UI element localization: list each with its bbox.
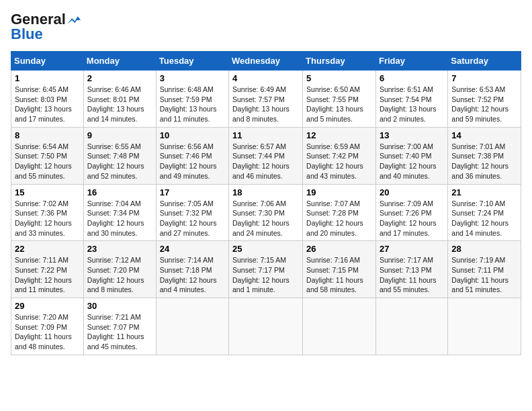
cell-sun-info: Sunrise: 7:10 AMSunset: 7:24 PMDaylight:… (451, 199, 517, 238)
cell-sun-info: Sunrise: 7:07 AMSunset: 7:28 PMDaylight:… (306, 199, 372, 238)
day-number: 27 (380, 244, 444, 254)
calendar-cell: 1Sunrise: 6:45 AMSunset: 8:03 PMDaylight… (11, 71, 84, 128)
cell-sun-info: Sunrise: 6:57 AMSunset: 7:44 PMDaylight:… (232, 142, 299, 181)
day-number: 6 (380, 73, 444, 83)
calendar-week-row: 22Sunrise: 7:11 AMSunset: 7:22 PMDayligh… (11, 241, 521, 298)
weekday-header-wednesday: Wednesday (229, 52, 303, 71)
calendar-cell: 5Sunrise: 6:50 AMSunset: 7:55 PMDaylight… (303, 71, 376, 128)
calendar-cell: 15Sunrise: 7:02 AMSunset: 7:36 PMDayligh… (11, 184, 84, 241)
cell-sun-info: Sunrise: 7:12 AMSunset: 7:20 PMDaylight:… (87, 255, 152, 295)
day-number: 11 (232, 130, 299, 140)
calendar-cell: 14Sunrise: 7:01 AMSunset: 7:38 PMDayligh… (448, 127, 521, 184)
calendar-cell: 16Sunrise: 7:04 AMSunset: 7:34 PMDayligh… (83, 184, 156, 241)
calendar-cell: 20Sunrise: 7:09 AMSunset: 7:26 PMDayligh… (375, 184, 447, 241)
weekday-header-friday: Friday (375, 52, 447, 71)
calendar-week-row: 15Sunrise: 7:02 AMSunset: 7:36 PMDayligh… (11, 184, 521, 241)
weekday-header-monday: Monday (83, 52, 156, 71)
day-number: 12 (306, 130, 372, 140)
calendar-cell: 30Sunrise: 7:21 AMSunset: 7:07 PMDayligh… (83, 298, 156, 355)
calendar-cell (229, 298, 303, 355)
cell-sun-info: Sunrise: 7:14 AMSunset: 7:18 PMDaylight:… (160, 255, 225, 295)
calendar-cell (156, 298, 228, 355)
cell-sun-info: Sunrise: 7:02 AMSunset: 7:36 PMDaylight:… (15, 199, 80, 238)
day-number: 15 (15, 187, 80, 197)
day-number: 26 (306, 244, 372, 254)
cell-sun-info: Sunrise: 6:49 AMSunset: 7:57 PMDaylight:… (232, 85, 299, 124)
cell-sun-info: Sunrise: 7:05 AMSunset: 7:32 PMDaylight:… (160, 199, 225, 238)
svg-marker-0 (67, 16, 81, 24)
day-number: 9 (87, 130, 152, 140)
day-number: 7 (451, 73, 517, 83)
day-number: 16 (87, 187, 152, 197)
weekday-header-saturday: Saturday (448, 52, 521, 71)
weekday-header-thursday: Thursday (303, 52, 376, 71)
cell-sun-info: Sunrise: 6:55 AMSunset: 7:48 PMDaylight:… (87, 142, 152, 181)
day-number: 14 (451, 130, 517, 140)
day-number: 5 (306, 73, 372, 83)
calendar-cell: 17Sunrise: 7:05 AMSunset: 7:32 PMDayligh… (156, 184, 228, 241)
calendar-cell: 3Sunrise: 6:48 AMSunset: 7:59 PMDaylight… (156, 71, 228, 128)
day-number: 29 (15, 301, 80, 311)
calendar-cell: 27Sunrise: 7:17 AMSunset: 7:13 PMDayligh… (375, 241, 447, 298)
calendar-cell: 21Sunrise: 7:10 AMSunset: 7:24 PMDayligh… (448, 184, 521, 241)
calendar-cell: 24Sunrise: 7:14 AMSunset: 7:18 PMDayligh… (156, 241, 228, 298)
day-number: 21 (451, 187, 517, 197)
cell-sun-info: Sunrise: 7:00 AMSunset: 7:40 PMDaylight:… (380, 142, 444, 181)
day-number: 25 (232, 244, 299, 254)
calendar-cell: 6Sunrise: 6:51 AMSunset: 7:54 PMDaylight… (375, 71, 447, 128)
day-number: 18 (232, 187, 299, 197)
calendar-cell (375, 298, 447, 355)
cell-sun-info: Sunrise: 6:45 AMSunset: 8:03 PMDaylight:… (15, 85, 80, 124)
day-number: 19 (306, 187, 372, 197)
calendar-cell (448, 298, 521, 355)
day-number: 13 (380, 130, 444, 140)
cell-sun-info: Sunrise: 6:51 AMSunset: 7:54 PMDaylight:… (380, 85, 444, 124)
cell-sun-info: Sunrise: 7:06 AMSunset: 7:30 PMDaylight:… (232, 199, 299, 238)
cell-sun-info: Sunrise: 6:59 AMSunset: 7:42 PMDaylight:… (306, 142, 372, 181)
day-number: 20 (380, 187, 444, 197)
calendar-cell: 12Sunrise: 6:59 AMSunset: 7:42 PMDayligh… (303, 127, 376, 184)
weekday-header-tuesday: Tuesday (156, 52, 228, 71)
day-number: 10 (160, 130, 225, 140)
logo: General Blue (11, 11, 81, 43)
calendar-cell: 2Sunrise: 6:46 AMSunset: 8:01 PMDaylight… (83, 71, 156, 128)
calendar-cell: 4Sunrise: 6:49 AMSunset: 7:57 PMDaylight… (229, 71, 303, 128)
day-number: 23 (87, 244, 152, 254)
calendar-cell: 18Sunrise: 7:06 AMSunset: 7:30 PMDayligh… (229, 184, 303, 241)
calendar-week-row: 29Sunrise: 7:20 AMSunset: 7:09 PMDayligh… (11, 298, 521, 355)
calendar-cell: 22Sunrise: 7:11 AMSunset: 7:22 PMDayligh… (11, 241, 84, 298)
cell-sun-info: Sunrise: 6:48 AMSunset: 7:59 PMDaylight:… (160, 85, 225, 124)
weekday-header-sunday: Sunday (11, 52, 84, 71)
cell-sun-info: Sunrise: 7:09 AMSunset: 7:26 PMDaylight:… (380, 199, 444, 238)
day-number: 8 (15, 130, 80, 140)
day-number: 4 (232, 73, 299, 83)
cell-sun-info: Sunrise: 7:20 AMSunset: 7:09 PMDaylight:… (15, 312, 80, 352)
calendar-cell: 8Sunrise: 6:54 AMSunset: 7:50 PMDaylight… (11, 127, 84, 184)
cell-sun-info: Sunrise: 6:53 AMSunset: 7:52 PMDaylight:… (451, 85, 517, 124)
cell-sun-info: Sunrise: 7:19 AMSunset: 7:11 PMDaylight:… (451, 255, 517, 295)
calendar-cell: 25Sunrise: 7:15 AMSunset: 7:17 PMDayligh… (229, 241, 303, 298)
cell-sun-info: Sunrise: 7:21 AMSunset: 7:07 PMDaylight:… (87, 312, 152, 352)
calendar-week-row: 8Sunrise: 6:54 AMSunset: 7:50 PMDaylight… (11, 127, 521, 184)
cell-sun-info: Sunrise: 6:54 AMSunset: 7:50 PMDaylight:… (15, 142, 80, 181)
calendar-cell: 19Sunrise: 7:07 AMSunset: 7:28 PMDayligh… (303, 184, 376, 241)
day-number: 28 (451, 244, 517, 254)
calendar-cell: 29Sunrise: 7:20 AMSunset: 7:09 PMDayligh… (11, 298, 84, 355)
cell-sun-info: Sunrise: 7:11 AMSunset: 7:22 PMDaylight:… (15, 255, 80, 295)
calendar-table: SundayMondayTuesdayWednesdayThursdayFrid… (11, 51, 521, 355)
calendar-cell: 9Sunrise: 6:55 AMSunset: 7:48 PMDaylight… (83, 127, 156, 184)
day-number: 22 (15, 244, 80, 254)
calendar-cell: 28Sunrise: 7:19 AMSunset: 7:11 PMDayligh… (448, 241, 521, 298)
calendar-cell: 23Sunrise: 7:12 AMSunset: 7:20 PMDayligh… (83, 241, 156, 298)
logo-bird-icon (67, 16, 81, 24)
cell-sun-info: Sunrise: 7:01 AMSunset: 7:38 PMDaylight:… (451, 142, 517, 181)
calendar-week-row: 1Sunrise: 6:45 AMSunset: 8:03 PMDaylight… (11, 71, 521, 128)
day-number: 2 (87, 73, 152, 83)
calendar-header-row: SundayMondayTuesdayWednesdayThursdayFrid… (11, 52, 521, 71)
calendar-cell: 11Sunrise: 6:57 AMSunset: 7:44 PMDayligh… (229, 127, 303, 184)
calendar-cell: 10Sunrise: 6:56 AMSunset: 7:46 PMDayligh… (156, 127, 228, 184)
cell-sun-info: Sunrise: 7:17 AMSunset: 7:13 PMDaylight:… (380, 255, 444, 295)
day-number: 1 (15, 73, 80, 83)
calendar-cell: 13Sunrise: 7:00 AMSunset: 7:40 PMDayligh… (375, 127, 447, 184)
cell-sun-info: Sunrise: 7:16 AMSunset: 7:15 PMDaylight:… (306, 255, 372, 295)
